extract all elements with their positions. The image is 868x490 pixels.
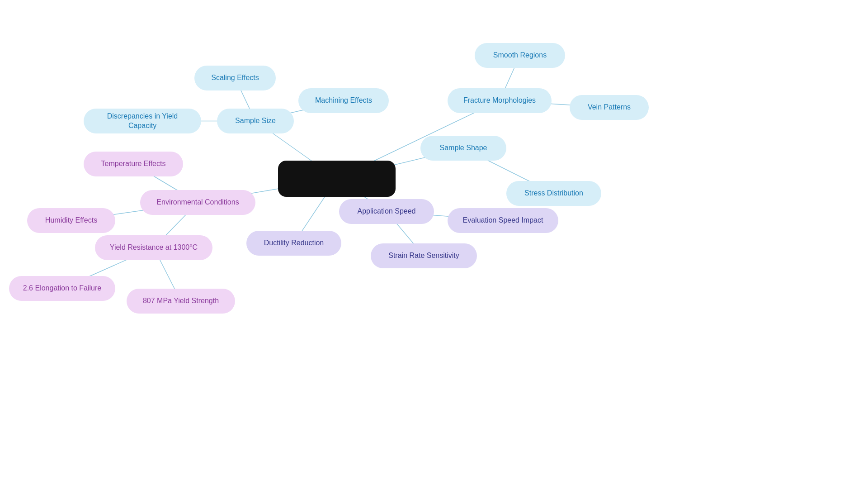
discrepancies-node[interactable]: Discrepancies in Yield Capacity [84, 109, 201, 133]
smooth-regions-node[interactable]: Smooth Regions [475, 43, 565, 68]
yield-strength-node[interactable]: 807 MPa Yield Strength [127, 289, 235, 314]
vein-patterns-node[interactable]: Vein Patterns [570, 95, 649, 120]
stress-distribution-node[interactable]: Stress Distribution [506, 181, 601, 206]
elongation-failure-node[interactable]: 2.6 Elongation to Failure [9, 276, 115, 301]
machining-effects-node[interactable]: Machining Effects [298, 88, 389, 113]
environmental-conditions-node[interactable]: Environmental Conditions [140, 190, 255, 215]
application-speed-node[interactable]: Application Speed [339, 199, 434, 224]
temperature-effects-node[interactable]: Temperature Effects [84, 152, 183, 176]
strain-rate-sensitivity-node[interactable]: Strain Rate Sensitivity [371, 243, 477, 268]
humidity-effects-node[interactable]: Humidity Effects [27, 208, 115, 233]
fracture-morphologies-node[interactable]: Fracture Morphologies [448, 88, 552, 113]
ductility-reduction-node[interactable]: Ductility Reduction [246, 231, 341, 256]
evaluation-speed-impact-node[interactable]: Evaluation Speed Impact [448, 208, 558, 233]
sample-size-node[interactable]: Sample Size [217, 109, 294, 133]
center-node[interactable] [278, 161, 396, 197]
yield-resistance-node[interactable]: Yield Resistance at 1300°C [95, 235, 212, 260]
sample-shape-node[interactable]: Sample Shape [420, 136, 506, 161]
scaling-effects-node[interactable]: Scaling Effects [194, 66, 276, 90]
